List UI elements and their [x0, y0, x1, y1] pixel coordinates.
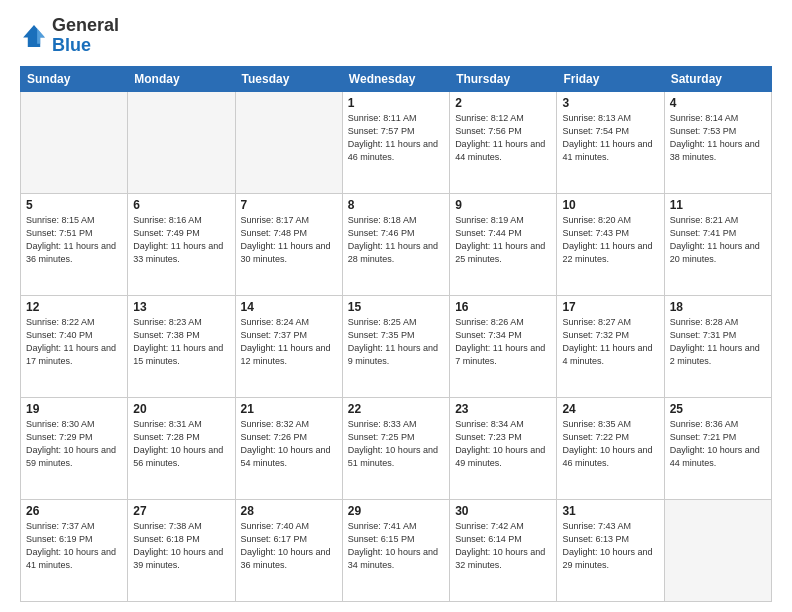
calendar-cell: 12 Sunrise: 8:22 AMSunset: 7:40 PMDaylig… [21, 295, 128, 397]
calendar-cell: 5 Sunrise: 8:15 AMSunset: 7:51 PMDayligh… [21, 193, 128, 295]
day-info: Sunrise: 8:25 AMSunset: 7:35 PMDaylight:… [348, 316, 444, 368]
logo: General Blue [20, 16, 119, 56]
day-info: Sunrise: 8:17 AMSunset: 7:48 PMDaylight:… [241, 214, 337, 266]
calendar-cell: 27 Sunrise: 7:38 AMSunset: 6:18 PMDaylig… [128, 499, 235, 601]
day-number: 23 [455, 402, 551, 416]
logo-icon [20, 22, 48, 50]
day-info: Sunrise: 8:21 AMSunset: 7:41 PMDaylight:… [670, 214, 766, 266]
day-number: 10 [562, 198, 658, 212]
day-info: Sunrise: 8:15 AMSunset: 7:51 PMDaylight:… [26, 214, 122, 266]
day-info: Sunrise: 8:33 AMSunset: 7:25 PMDaylight:… [348, 418, 444, 470]
calendar-cell [21, 91, 128, 193]
day-number: 15 [348, 300, 444, 314]
calendar-cell: 29 Sunrise: 7:41 AMSunset: 6:15 PMDaylig… [342, 499, 449, 601]
logo-text: General Blue [52, 16, 119, 56]
day-info: Sunrise: 7:41 AMSunset: 6:15 PMDaylight:… [348, 520, 444, 572]
week-row-0: 1 Sunrise: 8:11 AMSunset: 7:57 PMDayligh… [21, 91, 772, 193]
day-number: 17 [562, 300, 658, 314]
calendar-cell [128, 91, 235, 193]
day-info: Sunrise: 8:36 AMSunset: 7:21 PMDaylight:… [670, 418, 766, 470]
weekday-friday: Friday [557, 66, 664, 91]
day-number: 4 [670, 96, 766, 110]
day-number: 16 [455, 300, 551, 314]
week-row-1: 5 Sunrise: 8:15 AMSunset: 7:51 PMDayligh… [21, 193, 772, 295]
day-number: 14 [241, 300, 337, 314]
day-number: 13 [133, 300, 229, 314]
day-info: Sunrise: 7:37 AMSunset: 6:19 PMDaylight:… [26, 520, 122, 572]
calendar-cell: 10 Sunrise: 8:20 AMSunset: 7:43 PMDaylig… [557, 193, 664, 295]
page: General Blue SundayMondayTuesdayWednesda… [0, 0, 792, 612]
day-info: Sunrise: 8:16 AMSunset: 7:49 PMDaylight:… [133, 214, 229, 266]
day-info: Sunrise: 8:19 AMSunset: 7:44 PMDaylight:… [455, 214, 551, 266]
calendar-cell: 28 Sunrise: 7:40 AMSunset: 6:17 PMDaylig… [235, 499, 342, 601]
day-number: 5 [26, 198, 122, 212]
calendar-cell [235, 91, 342, 193]
day-number: 20 [133, 402, 229, 416]
calendar-cell: 26 Sunrise: 7:37 AMSunset: 6:19 PMDaylig… [21, 499, 128, 601]
day-number: 12 [26, 300, 122, 314]
calendar-cell: 18 Sunrise: 8:28 AMSunset: 7:31 PMDaylig… [664, 295, 771, 397]
logo-general: General [52, 15, 119, 35]
weekday-header-row: SundayMondayTuesdayWednesdayThursdayFrid… [21, 66, 772, 91]
calendar-cell: 17 Sunrise: 8:27 AMSunset: 7:32 PMDaylig… [557, 295, 664, 397]
calendar-cell: 7 Sunrise: 8:17 AMSunset: 7:48 PMDayligh… [235, 193, 342, 295]
calendar-cell: 22 Sunrise: 8:33 AMSunset: 7:25 PMDaylig… [342, 397, 449, 499]
day-info: Sunrise: 8:20 AMSunset: 7:43 PMDaylight:… [562, 214, 658, 266]
logo-blue: Blue [52, 35, 91, 55]
header: General Blue [20, 16, 772, 56]
calendar-cell: 11 Sunrise: 8:21 AMSunset: 7:41 PMDaylig… [664, 193, 771, 295]
calendar-cell: 8 Sunrise: 8:18 AMSunset: 7:46 PMDayligh… [342, 193, 449, 295]
calendar-cell: 3 Sunrise: 8:13 AMSunset: 7:54 PMDayligh… [557, 91, 664, 193]
week-row-4: 26 Sunrise: 7:37 AMSunset: 6:19 PMDaylig… [21, 499, 772, 601]
calendar-cell: 4 Sunrise: 8:14 AMSunset: 7:53 PMDayligh… [664, 91, 771, 193]
weekday-wednesday: Wednesday [342, 66, 449, 91]
calendar-cell: 15 Sunrise: 8:25 AMSunset: 7:35 PMDaylig… [342, 295, 449, 397]
day-number: 24 [562, 402, 658, 416]
day-info: Sunrise: 8:11 AMSunset: 7:57 PMDaylight:… [348, 112, 444, 164]
calendar-cell: 13 Sunrise: 8:23 AMSunset: 7:38 PMDaylig… [128, 295, 235, 397]
weekday-sunday: Sunday [21, 66, 128, 91]
day-number: 25 [670, 402, 766, 416]
weekday-saturday: Saturday [664, 66, 771, 91]
day-number: 3 [562, 96, 658, 110]
day-number: 18 [670, 300, 766, 314]
week-row-2: 12 Sunrise: 8:22 AMSunset: 7:40 PMDaylig… [21, 295, 772, 397]
day-info: Sunrise: 8:14 AMSunset: 7:53 PMDaylight:… [670, 112, 766, 164]
day-number: 6 [133, 198, 229, 212]
day-info: Sunrise: 7:43 AMSunset: 6:13 PMDaylight:… [562, 520, 658, 572]
day-info: Sunrise: 8:28 AMSunset: 7:31 PMDaylight:… [670, 316, 766, 368]
day-info: Sunrise: 8:27 AMSunset: 7:32 PMDaylight:… [562, 316, 658, 368]
calendar-cell: 19 Sunrise: 8:30 AMSunset: 7:29 PMDaylig… [21, 397, 128, 499]
day-info: Sunrise: 7:42 AMSunset: 6:14 PMDaylight:… [455, 520, 551, 572]
day-info: Sunrise: 8:34 AMSunset: 7:23 PMDaylight:… [455, 418, 551, 470]
day-info: Sunrise: 8:32 AMSunset: 7:26 PMDaylight:… [241, 418, 337, 470]
calendar-cell [664, 499, 771, 601]
calendar-cell: 16 Sunrise: 8:26 AMSunset: 7:34 PMDaylig… [450, 295, 557, 397]
day-number: 2 [455, 96, 551, 110]
day-number: 31 [562, 504, 658, 518]
day-info: Sunrise: 8:24 AMSunset: 7:37 PMDaylight:… [241, 316, 337, 368]
day-info: Sunrise: 7:40 AMSunset: 6:17 PMDaylight:… [241, 520, 337, 572]
day-info: Sunrise: 8:18 AMSunset: 7:46 PMDaylight:… [348, 214, 444, 266]
day-info: Sunrise: 8:30 AMSunset: 7:29 PMDaylight:… [26, 418, 122, 470]
day-info: Sunrise: 8:35 AMSunset: 7:22 PMDaylight:… [562, 418, 658, 470]
weekday-tuesday: Tuesday [235, 66, 342, 91]
day-number: 29 [348, 504, 444, 518]
calendar-cell: 31 Sunrise: 7:43 AMSunset: 6:13 PMDaylig… [557, 499, 664, 601]
calendar-cell: 1 Sunrise: 8:11 AMSunset: 7:57 PMDayligh… [342, 91, 449, 193]
calendar-cell: 20 Sunrise: 8:31 AMSunset: 7:28 PMDaylig… [128, 397, 235, 499]
calendar-cell: 24 Sunrise: 8:35 AMSunset: 7:22 PMDaylig… [557, 397, 664, 499]
calendar-cell: 21 Sunrise: 8:32 AMSunset: 7:26 PMDaylig… [235, 397, 342, 499]
day-info: Sunrise: 8:13 AMSunset: 7:54 PMDaylight:… [562, 112, 658, 164]
day-number: 30 [455, 504, 551, 518]
logo-general-blue: General Blue [52, 16, 119, 56]
calendar-table: SundayMondayTuesdayWednesdayThursdayFrid… [20, 66, 772, 602]
day-info: Sunrise: 7:38 AMSunset: 6:18 PMDaylight:… [133, 520, 229, 572]
day-number: 9 [455, 198, 551, 212]
day-number: 28 [241, 504, 337, 518]
day-number: 27 [133, 504, 229, 518]
day-info: Sunrise: 8:12 AMSunset: 7:56 PMDaylight:… [455, 112, 551, 164]
day-info: Sunrise: 8:22 AMSunset: 7:40 PMDaylight:… [26, 316, 122, 368]
weekday-monday: Monday [128, 66, 235, 91]
day-number: 7 [241, 198, 337, 212]
